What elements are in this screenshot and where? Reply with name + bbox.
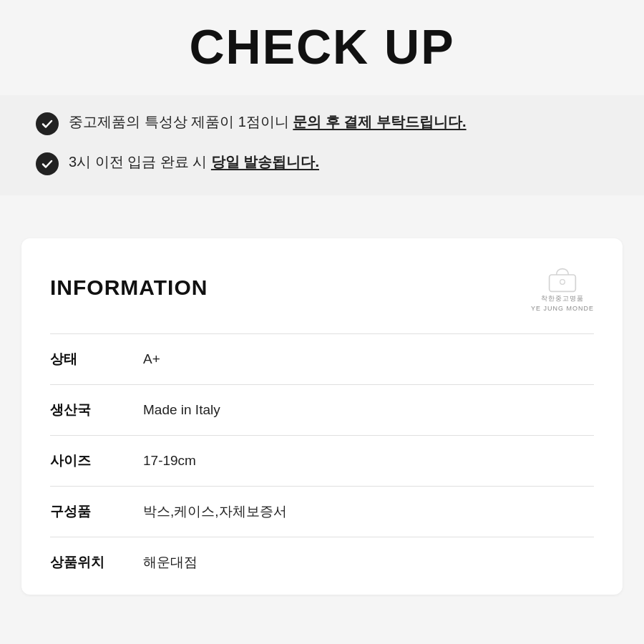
notice-item-1: 중고제품의 특성상 제품이 1점이니 문의 후 결제 부탁드립니다. bbox=[36, 111, 608, 135]
brand-logo: 착한중고명품 YE JUNG MONDE bbox=[531, 264, 594, 312]
info-header: INFORMATION 착한중고명품 YE JUNG MONDE bbox=[50, 264, 594, 312]
header-section: CHECK UP bbox=[0, 0, 644, 95]
page-title: CHECK UP bbox=[29, 20, 615, 74]
notice-item-2: 3시 이전 입금 완료 시 당일 발송됩니다. bbox=[36, 151, 608, 175]
value-status: A+ bbox=[143, 333, 594, 384]
value-origin: Made in Italy bbox=[143, 384, 594, 435]
label-location: 상품위치 bbox=[50, 537, 143, 587]
check-icon-2 bbox=[36, 152, 59, 175]
value-size: 17-19cm bbox=[143, 435, 594, 486]
brand-logo-icon bbox=[545, 264, 580, 293]
value-components: 박스,케이스,자체보증서 bbox=[143, 486, 594, 537]
value-location: 해운대점 bbox=[143, 537, 594, 587]
notice-section: 중고제품의 특성상 제품이 1점이니 문의 후 결제 부탁드립니다. 3시 이전… bbox=[0, 95, 644, 195]
table-row: 상품위치 해운대점 bbox=[50, 537, 594, 587]
svg-rect-0 bbox=[550, 275, 576, 291]
table-row: 생산국 Made in Italy bbox=[50, 384, 594, 435]
info-table: 상태 A+ 생산국 Made in Italy 사이즈 17-19cm 구성품 … bbox=[50, 333, 594, 587]
brand-sub-text: YE JUNG MONDE bbox=[531, 305, 594, 312]
check-icon-1 bbox=[36, 112, 59, 135]
brand-name-text: 착한중고명품 bbox=[541, 294, 584, 303]
label-size: 사이즈 bbox=[50, 435, 143, 486]
info-title: INFORMATION bbox=[50, 275, 208, 300]
gap-section bbox=[0, 195, 644, 238]
svg-point-1 bbox=[560, 279, 565, 284]
table-row: 상태 A+ bbox=[50, 333, 594, 384]
notice-text-1: 중고제품의 특성상 제품이 1점이니 문의 후 결제 부탁드립니다. bbox=[69, 111, 467, 132]
label-components: 구성품 bbox=[50, 486, 143, 537]
info-card: INFORMATION 착한중고명품 YE JUNG MONDE 상태 A+ 생… bbox=[21, 238, 623, 595]
table-row: 구성품 박스,케이스,자체보증서 bbox=[50, 486, 594, 537]
table-row: 사이즈 17-19cm bbox=[50, 435, 594, 486]
label-origin: 생산국 bbox=[50, 384, 143, 435]
label-status: 상태 bbox=[50, 333, 143, 384]
notice-text-2: 3시 이전 입금 완료 시 당일 발송됩니다. bbox=[69, 151, 319, 172]
